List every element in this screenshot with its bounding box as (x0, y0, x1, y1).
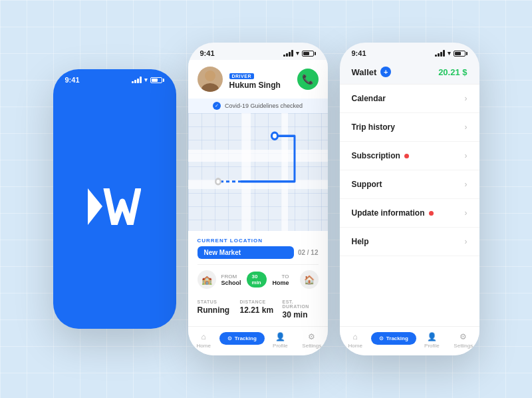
tracking-btn-3[interactable]: ⊙ Tracking (371, 332, 416, 345)
menu-item-trip-history[interactable]: Trip history › (340, 113, 479, 142)
tracking-icon-3: ⊙ (379, 335, 384, 341)
from-place: School (221, 280, 241, 286)
menu-item-calendar[interactable]: Calendar › (340, 85, 479, 113)
stat-distance: DISTANCE 12.21 km (240, 299, 276, 319)
chevron-icon-trip-history: › (465, 122, 467, 132)
status-icons-3: ▾ (435, 50, 467, 57)
stat-status: STATUS Running (198, 299, 233, 319)
to-label: TO (272, 274, 289, 280)
status-icons-1: ▾ (132, 77, 164, 83)
chevron-icon-update-info: › (465, 208, 467, 218)
chevron-icon-calendar: › (465, 94, 467, 103)
nav-profile-2[interactable]: 👤 Profile (265, 332, 296, 349)
wallet-label: Wallet (352, 67, 377, 77)
notification-dot-subscription (404, 154, 409, 158)
settings-icon-2: ⚙ (308, 332, 315, 341)
tracking-label-3: Tracking (386, 335, 408, 341)
nav-home-3[interactable]: ⌂ Home (340, 332, 371, 349)
status-icons-2: ▾ (283, 50, 316, 57)
covid-banner: ✓ Covid-19 Guidelines checked (188, 99, 328, 113)
nav-profile-label-3: Profile (424, 343, 440, 349)
phone-tracking: 9:41 ▾ DRIVER (188, 43, 328, 355)
wifi-icon-1: ▾ (144, 77, 148, 83)
status-time-2: 9:41 (200, 49, 215, 57)
status-bar-2: 9:41 ▾ (188, 43, 328, 60)
chevron-icon-support: › (465, 180, 467, 189)
menu-item-label-calendar: Calendar (352, 94, 386, 103)
call-button[interactable]: 📞 (297, 69, 319, 90)
status-bar-3: 9:41 ▾ (340, 43, 479, 60)
menu-item-label-trip-history: Trip history (352, 122, 395, 132)
svg-point-5 (273, 134, 277, 138)
driver-avatar (198, 67, 223, 92)
menu-item-support[interactable]: Support › (340, 170, 479, 199)
nav-tracking-3[interactable]: ⊙ Tracking (371, 332, 416, 349)
menu-item-label-update-info: Update information (352, 208, 434, 218)
nav-home-label-2: Home (197, 343, 211, 349)
nav-home-2[interactable]: ⌂ Home (188, 332, 219, 349)
home-icon-2: ⌂ (201, 332, 206, 341)
status-label: STATUS (198, 299, 233, 304)
nav-bar-2: ⌂ Home ⊙ Tracking 👤 Profile ⚙ Settings (188, 326, 328, 355)
nav-tracking-2[interactable]: ⊙ Tracking (219, 332, 265, 349)
from-info: FROM School (221, 274, 241, 286)
wallet-amount: 20.21 $ (438, 67, 467, 77)
location-label: CURRENT LOCATION (198, 238, 319, 244)
driver-badge: DRIVER (229, 73, 254, 79)
to-icon: 🏠 (300, 270, 319, 289)
status-time-3: 9:41 (352, 49, 366, 57)
chevron-icon-subscription: › (465, 151, 467, 160)
signal-icon-1 (132, 77, 142, 83)
stat-duration: EST. DURATION 30 min (283, 299, 319, 319)
location-section: CURRENT LOCATION New Market 02 / 12 🏫 FR… (188, 231, 328, 294)
nav-settings-label-3: Settings (454, 343, 473, 349)
driver-info: DRIVER Hukum Singh (229, 69, 291, 90)
notification-dot-update-info (429, 211, 434, 216)
svg-point-2 (201, 83, 219, 92)
map-area (188, 113, 328, 231)
nav-settings-3[interactable]: ⚙ Settings (448, 332, 479, 349)
svg-marker-0 (88, 188, 102, 225)
phone-splash: 9:41 ▾ (53, 69, 176, 329)
battery-icon-3 (454, 51, 467, 57)
driver-card: DRIVER Hukum Singh 📞 (188, 60, 328, 99)
nav-home-label-3: Home (348, 343, 362, 349)
signal-icon-3 (435, 50, 445, 57)
location-row: New Market 02 / 12 (198, 246, 319, 259)
wallet-row: Wallet + 20.21 $ (340, 60, 479, 85)
menu-item-update-info[interactable]: Update information › (340, 199, 479, 228)
nav-settings-label-2: Settings (302, 343, 321, 349)
chevron-icon-help: › (465, 237, 467, 246)
nav-profile-label-2: Profile (273, 343, 288, 349)
wifi-icon-2: ▾ (296, 50, 299, 57)
battery-icon-2 (302, 51, 316, 57)
location-name: New Market (198, 246, 294, 259)
from-icon: 🏫 (198, 270, 216, 289)
menu-item-label-help: Help (352, 237, 369, 246)
nav-profile-3[interactable]: 👤 Profile (416, 332, 448, 349)
to-place: Home (272, 280, 289, 286)
profile-icon-2: 👤 (275, 332, 285, 341)
covid-check-icon: ✓ (213, 102, 221, 110)
nav-bar-3: ⌂ Home ⊙ Tracking 👤 Profile ⚙ Settings (340, 326, 479, 355)
menu-item-label-support: Support (352, 180, 382, 189)
status-bar-1: 9:41 ▾ (53, 69, 176, 87)
battery-icon-1 (150, 77, 164, 83)
wallet-add-button[interactable]: + (380, 67, 391, 77)
driver-name: Hukum Singh (229, 81, 291, 90)
duration-value: 30 min (283, 310, 319, 319)
tracking-icon-2: ⊙ (227, 335, 232, 341)
settings-icon-3: ⚙ (460, 332, 467, 341)
nav-settings-2[interactable]: ⚙ Settings (296, 332, 327, 349)
avatar-svg (198, 67, 223, 92)
route-svg (188, 113, 328, 231)
menu-item-subscription[interactable]: Subscription › (340, 142, 479, 170)
svg-point-1 (205, 71, 215, 81)
menu-item-help[interactable]: Help › (340, 228, 479, 256)
route-summary: 🏫 FROM School 30 min TO Home 🏠 (198, 264, 319, 294)
home-icon-3: ⌂ (353, 332, 358, 341)
wallet-left: Wallet + (352, 67, 392, 77)
menu-item-label-subscription: Subscription (352, 151, 409, 160)
tracking-content: 9:41 ▾ DRIVER (188, 43, 328, 355)
tracking-btn-2[interactable]: ⊙ Tracking (219, 332, 265, 345)
